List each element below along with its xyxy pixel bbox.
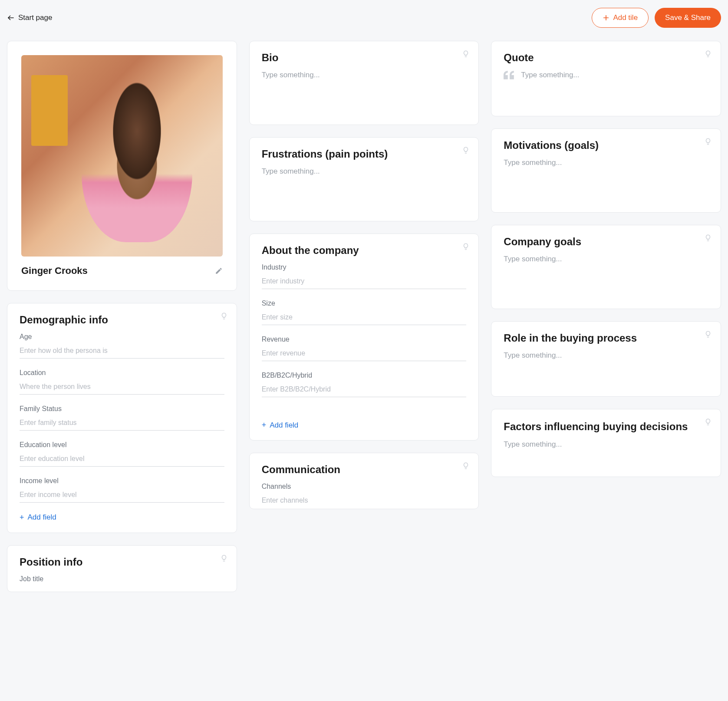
- field-job-title: Job title: [20, 575, 224, 583]
- motivations-card: Motivations (goals) Type something...: [491, 128, 721, 213]
- avatar[interactable]: [21, 55, 223, 257]
- card-title: Position info: [20, 556, 224, 568]
- save-share-button[interactable]: Save & Share: [655, 8, 721, 28]
- field-label: Size: [262, 299, 467, 307]
- bio-textarea[interactable]: Type something...: [262, 71, 467, 114]
- revenue-input[interactable]: [262, 348, 467, 361]
- industry-input[interactable]: [262, 276, 467, 289]
- save-share-label: Save & Share: [665, 13, 711, 22]
- column-2: Bio Type something... Frustrations (pain…: [249, 41, 479, 592]
- lightbulb-icon: [704, 234, 712, 242]
- hint-button[interactable]: [462, 50, 470, 58]
- add-field-button[interactable]: + Add field: [262, 421, 467, 430]
- income-input[interactable]: [20, 489, 224, 503]
- card-title: Quote: [504, 52, 708, 64]
- communication-card: Communication Channels: [249, 453, 479, 509]
- lightbulb-icon: [220, 312, 228, 320]
- field-label: Age: [20, 333, 224, 341]
- hint-button[interactable]: [704, 234, 712, 242]
- family-input[interactable]: [20, 417, 224, 431]
- hint-button[interactable]: [704, 138, 712, 145]
- field-income: Income level: [20, 477, 224, 503]
- header-actions: Add tile Save & Share: [592, 8, 721, 28]
- field-industry: Industry: [262, 263, 467, 289]
- lightbulb-icon: [704, 418, 712, 426]
- hint-button[interactable]: [704, 418, 712, 426]
- field-label: Industry: [262, 263, 467, 271]
- hint-button[interactable]: [220, 312, 228, 320]
- position-card: Position info Job title: [7, 545, 237, 592]
- role-buying-textarea[interactable]: Type something...: [504, 351, 708, 386]
- field-label: Job title: [20, 575, 224, 583]
- frustrations-textarea[interactable]: Type something...: [262, 167, 467, 211]
- field-location: Location: [20, 369, 224, 395]
- hint-button[interactable]: [462, 243, 470, 250]
- location-input[interactable]: [20, 381, 224, 395]
- card-title: About the company: [262, 244, 467, 257]
- lightbulb-icon: [704, 330, 712, 338]
- lightbulb-icon: [462, 146, 470, 154]
- add-field-label: Add field: [270, 421, 298, 430]
- size-input[interactable]: [262, 312, 467, 325]
- profile-name: Ginger Crooks: [21, 265, 88, 276]
- field-revenue: Revenue: [262, 336, 467, 361]
- profile-card: Ginger Crooks: [7, 41, 237, 291]
- plus-icon: +: [20, 513, 24, 522]
- column-3: Quote Type something... Motivations (goa…: [491, 41, 721, 592]
- hint-button[interactable]: [462, 462, 470, 470]
- field-label: B2B/B2C/Hybrid: [262, 372, 467, 379]
- demographic-card: Demographic info Age Location Family Sta…: [7, 303, 237, 533]
- quote-card: Quote Type something...: [491, 41, 721, 116]
- card-title: Demographic info: [20, 314, 224, 326]
- profile-name-row: Ginger Crooks: [21, 265, 223, 276]
- quote-row: Type something...: [504, 71, 708, 105]
- hint-button[interactable]: [462, 146, 470, 154]
- channels-input[interactable]: [262, 495, 467, 504]
- field-education: Education level: [20, 441, 224, 467]
- back-label: Start page: [18, 13, 52, 22]
- card-title: Motivations (goals): [504, 139, 708, 151]
- lightbulb-icon: [704, 50, 712, 58]
- motivations-textarea[interactable]: Type something...: [504, 158, 708, 202]
- bio-card: Bio Type something...: [249, 41, 479, 125]
- field-label: Location: [20, 369, 224, 377]
- lightbulb-icon: [462, 462, 470, 470]
- hint-button[interactable]: [704, 50, 712, 58]
- education-input[interactable]: [20, 453, 224, 467]
- frustrations-card: Frustrations (pain points) Type somethin…: [249, 137, 479, 221]
- card-title: Role in the buying process: [504, 332, 708, 344]
- card-title: Company goals: [504, 236, 708, 248]
- field-size: Size: [262, 299, 467, 325]
- field-label: Income level: [20, 477, 224, 485]
- field-label: Family Status: [20, 405, 224, 413]
- add-field-label: Add field: [28, 513, 56, 522]
- quote-textarea[interactable]: Type something...: [521, 71, 579, 105]
- age-input[interactable]: [20, 345, 224, 359]
- company-goals-card: Company goals Type something...: [491, 225, 721, 309]
- pencil-icon: [215, 267, 223, 275]
- hint-button[interactable]: [704, 330, 712, 338]
- plus-icon: +: [262, 421, 267, 430]
- add-tile-label: Add tile: [613, 13, 638, 22]
- field-model: B2B/B2C/Hybrid: [262, 372, 467, 397]
- add-field-button[interactable]: + Add field: [20, 513, 224, 522]
- field-label: Education level: [20, 441, 224, 449]
- company-goals-textarea[interactable]: Type something...: [504, 255, 708, 298]
- arrow-left-icon: [7, 14, 15, 22]
- edit-name-button[interactable]: [215, 267, 223, 275]
- lightbulb-icon: [462, 243, 470, 250]
- role-buying-card: Role in the buying process Type somethin…: [491, 321, 721, 397]
- factors-textarea[interactable]: Type something...: [504, 440, 708, 466]
- plus-icon: [603, 14, 609, 21]
- model-input[interactable]: [262, 384, 467, 397]
- back-to-start-link[interactable]: Start page: [7, 13, 52, 22]
- field-channels: Channels: [262, 483, 467, 504]
- tiles-grid: Ginger Crooks Demographic info Age Locat…: [0, 36, 728, 609]
- field-label: Channels: [262, 483, 467, 490]
- field-family: Family Status: [20, 405, 224, 431]
- lightbulb-icon: [462, 50, 470, 58]
- hint-button[interactable]: [220, 554, 228, 562]
- add-tile-button[interactable]: Add tile: [592, 8, 649, 28]
- card-title: Communication: [262, 464, 467, 476]
- factors-card: Factors influencing buying decisions Typ…: [491, 409, 721, 477]
